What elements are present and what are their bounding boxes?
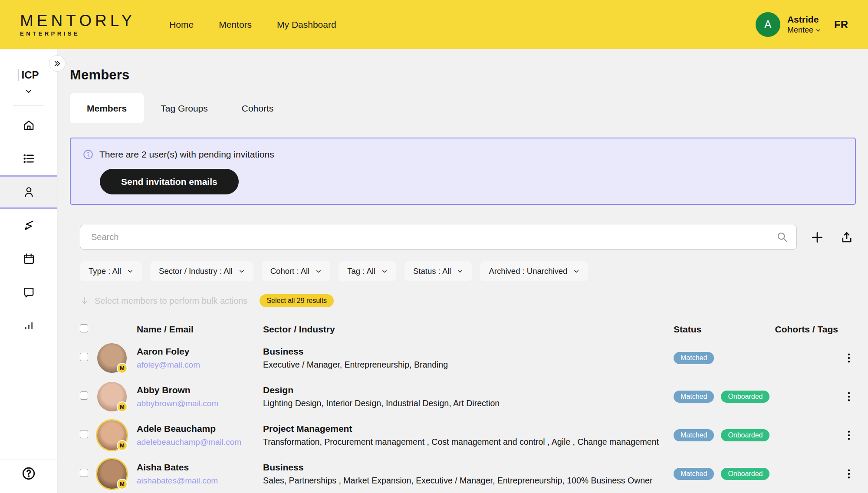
filter-type[interactable]: Type : All xyxy=(80,261,142,281)
filter-label: Sector / Industry : All xyxy=(159,266,233,276)
table-row: M Abby Brown abbybrown@mail.com Design L… xyxy=(80,377,856,416)
member-industries: Lighting Design, Interior Design, Indust… xyxy=(263,398,674,408)
row-actions-kebab-button[interactable] xyxy=(842,389,855,404)
sidebar-item-members[interactable] xyxy=(0,175,57,209)
calendar-icon xyxy=(22,252,36,266)
help-button[interactable] xyxy=(21,466,36,481)
member-status-badges: MatchedOnboarded xyxy=(674,468,766,480)
table-row: M Aaron Foley afoley@mail.com Business E… xyxy=(80,339,856,377)
filter-label: Type : All xyxy=(89,266,121,276)
member-sector: Design xyxy=(263,385,674,395)
sidebar-item-messages[interactable] xyxy=(0,276,57,309)
row-actions-kebab-button[interactable] xyxy=(842,428,855,443)
sidebar-items xyxy=(0,108,57,342)
chevron-down-icon xyxy=(815,27,821,33)
column-header-cohorts: Cohorts / Tags xyxy=(766,324,842,335)
brand-logo[interactable]: MENTORLY ENTERPRISE xyxy=(20,13,135,37)
sidebar-item-matching[interactable] xyxy=(0,209,57,242)
member-email-link[interactable]: aishabates@mail.com xyxy=(137,476,218,486)
tab-members[interactable]: Members xyxy=(70,93,144,123)
page-title: Members xyxy=(70,67,856,83)
row-actions-kebab-button[interactable] xyxy=(842,467,855,481)
filter-cohort[interactable]: Cohort : All xyxy=(262,261,331,281)
sidebar-item-calendar[interactable] xyxy=(0,242,57,276)
filter-bar: Type : AllSector / Industry : AllCohort … xyxy=(80,261,856,281)
sidebar-item-reports[interactable] xyxy=(0,309,57,342)
send-invitation-emails-button[interactable]: Send invitation emails xyxy=(100,169,239,194)
chevron-down-icon xyxy=(239,268,245,274)
filter-status[interactable]: Status : All xyxy=(404,261,472,281)
brand-name: MENTORLY xyxy=(20,13,135,29)
nav-my-dashboard[interactable]: My Dashboard xyxy=(277,20,336,30)
row-checkbox[interactable] xyxy=(80,391,88,400)
brand-subtitle: ENTERPRISE xyxy=(20,30,135,37)
home-icon xyxy=(22,118,36,132)
org-name: ICP xyxy=(18,69,39,81)
mentorly-badge-icon: M xyxy=(117,440,128,451)
kebab-menu-icon xyxy=(844,430,854,441)
help-circle-icon xyxy=(21,466,36,481)
sidebar-bottom xyxy=(0,460,57,493)
member-email-link[interactable]: abbybrown@mail.com xyxy=(137,399,218,408)
status-badge-matched: Matched xyxy=(674,352,714,364)
members-table: M Aaron Foley afoley@mail.com Business E… xyxy=(80,339,856,493)
member-sector: Business xyxy=(263,462,674,473)
main-content: Members MembersTag GroupsCohorts There a… xyxy=(58,49,868,493)
column-header-sector: Sector / Industry xyxy=(263,324,674,335)
banner-message: There are 2 user(s) with pending invitat… xyxy=(99,149,274,160)
user-role-dropdown[interactable]: Mentee xyxy=(787,25,821,35)
member-sector: Project Management xyxy=(263,423,674,434)
sidebar-collapse-button[interactable] xyxy=(49,55,66,72)
search-toolbar xyxy=(80,225,856,250)
chevron-down-icon xyxy=(127,268,133,274)
member-email-link[interactable]: adelebeauchamp@mail.com xyxy=(137,437,241,447)
sidebar-item-list[interactable] xyxy=(0,142,57,175)
user-meta[interactable]: Astride Mentee xyxy=(787,14,821,35)
filter-label: Tag : All xyxy=(347,266,375,276)
row-checkbox[interactable] xyxy=(80,353,88,361)
filter-archived[interactable]: Archived : Unarchived xyxy=(480,261,588,281)
member-email-link[interactable]: afoley@mail.com xyxy=(137,360,200,370)
filter-label: Status : All xyxy=(413,266,451,276)
row-checkbox[interactable] xyxy=(80,469,88,477)
select-all-results-button[interactable]: Select all 29 results xyxy=(260,294,334,307)
filter-sector-industry[interactable]: Sector / Industry : All xyxy=(150,261,253,281)
filter-label: Cohort : All xyxy=(270,266,310,276)
upload-icon xyxy=(839,230,854,245)
select-all-checkbox[interactable] xyxy=(80,324,88,332)
language-toggle[interactable]: FR xyxy=(834,19,848,31)
org-selector[interactable]: ICP xyxy=(0,69,57,95)
sidebar: ICP xyxy=(0,49,58,493)
status-badge-matched: Matched xyxy=(674,391,714,403)
bulk-actions-prompt: Select members to perform bulk actions xyxy=(95,296,247,306)
member-name: Adele Beauchamp xyxy=(137,423,263,434)
main-nav: Home Mentors My Dashboard xyxy=(169,20,336,30)
tab-tag-groups[interactable]: Tag Groups xyxy=(144,93,225,123)
matching-icon xyxy=(22,219,36,232)
filter-tag[interactable]: Tag : All xyxy=(339,261,396,281)
row-actions-kebab-button[interactable] xyxy=(842,351,855,365)
status-badge-onboarded: Onboarded xyxy=(721,468,769,480)
status-badge-onboarded: Onboarded xyxy=(721,429,769,441)
member-name: Aisha Bates xyxy=(137,462,263,473)
member-sector: Business xyxy=(263,346,674,357)
search-input[interactable] xyxy=(80,225,797,250)
chevron-down-icon xyxy=(316,268,322,274)
table-header: Name / Email Sector / Industry Status Co… xyxy=(80,320,856,339)
sidebar-item-home[interactable] xyxy=(0,108,57,142)
members-icon xyxy=(22,185,36,199)
add-member-button[interactable] xyxy=(808,228,826,246)
member-status-badges: MatchedOnboarded xyxy=(674,391,766,403)
row-checkbox[interactable] xyxy=(80,430,88,438)
filter-label: Archived : Unarchived xyxy=(489,266,567,276)
member-name: Abby Brown xyxy=(137,385,263,395)
nav-home[interactable]: Home xyxy=(169,20,194,30)
mentorly-badge-icon: M xyxy=(117,479,128,490)
nav-mentors[interactable]: Mentors xyxy=(219,20,252,30)
export-members-button[interactable] xyxy=(838,228,856,246)
bulk-actions-row: Select members to perform bulk actions S… xyxy=(80,294,856,307)
tab-cohorts[interactable]: Cohorts xyxy=(225,93,291,123)
user-menu[interactable]: A Astride Mentee FR xyxy=(756,12,848,37)
user-name: Astride xyxy=(787,14,821,25)
user-avatar[interactable]: A xyxy=(756,12,780,37)
